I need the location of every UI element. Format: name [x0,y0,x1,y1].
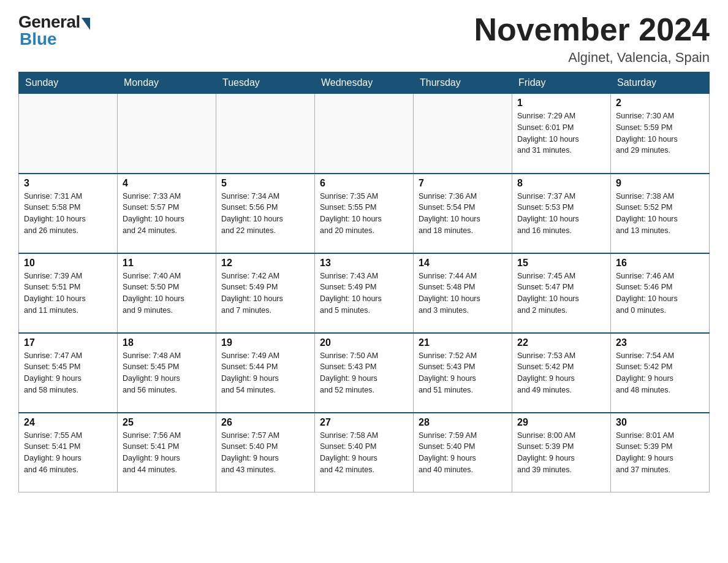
day-number: 24 [24,417,112,428]
calendar-cell: 11Sunrise: 7:40 AMSunset: 5:50 PMDayligh… [118,253,216,333]
calendar-cell: 22Sunrise: 7:53 AMSunset: 5:42 PMDayligh… [512,333,611,413]
month-title: November 2024 [474,12,710,47]
weekday-header-saturday: Saturday [611,72,710,94]
calendar-cell: 30Sunrise: 8:01 AMSunset: 5:39 PMDayligh… [611,413,710,492]
calendar-cell: 13Sunrise: 7:43 AMSunset: 5:49 PMDayligh… [315,253,414,333]
weekday-header-thursday: Thursday [414,72,512,94]
day-info: Sunrise: 7:49 AMSunset: 5:44 PMDaylight:… [221,350,309,396]
day-number: 9 [616,178,704,189]
logo: General Blue [18,12,90,49]
day-number: 29 [517,417,605,428]
day-info: Sunrise: 7:36 AMSunset: 5:54 PMDaylight:… [419,191,507,237]
calendar-cell: 8Sunrise: 7:37 AMSunset: 5:53 PMDaylight… [512,174,611,253]
day-info: Sunrise: 7:59 AMSunset: 5:40 PMDaylight:… [419,430,507,476]
day-number: 11 [123,258,211,269]
day-info: Sunrise: 7:39 AMSunset: 5:51 PMDaylight:… [24,270,112,316]
calendar-header-row: SundayMondayTuesdayWednesdayThursdayFrid… [19,72,710,94]
calendar-cell: 12Sunrise: 7:42 AMSunset: 5:49 PMDayligh… [216,253,315,333]
calendar-cell: 28Sunrise: 7:59 AMSunset: 5:40 PMDayligh… [414,413,512,492]
calendar-cell: 10Sunrise: 7:39 AMSunset: 5:51 PMDayligh… [19,253,118,333]
calendar-cell: 26Sunrise: 7:57 AMSunset: 5:40 PMDayligh… [216,413,315,492]
day-info: Sunrise: 7:48 AMSunset: 5:45 PMDaylight:… [123,350,211,396]
day-info: Sunrise: 7:40 AMSunset: 5:50 PMDaylight:… [123,270,211,316]
day-number: 22 [517,337,605,348]
day-number: 18 [123,337,211,348]
day-info: Sunrise: 7:30 AMSunset: 5:59 PMDaylight:… [616,110,704,156]
day-number: 23 [616,337,704,348]
day-info: Sunrise: 7:45 AMSunset: 5:47 PMDaylight:… [517,270,605,316]
day-number: 12 [221,258,309,269]
day-info: Sunrise: 7:46 AMSunset: 5:46 PMDaylight:… [616,270,704,316]
day-info: Sunrise: 7:55 AMSunset: 5:41 PMDaylight:… [24,430,112,476]
weekday-header-friday: Friday [512,72,611,94]
day-info: Sunrise: 7:57 AMSunset: 5:40 PMDaylight:… [221,430,309,476]
day-number: 4 [123,178,211,189]
day-number: 28 [419,417,507,428]
day-number: 14 [419,258,507,269]
calendar-cell [216,94,315,174]
day-info: Sunrise: 7:50 AMSunset: 5:43 PMDaylight:… [320,350,408,396]
calendar-cell: 18Sunrise: 7:48 AMSunset: 5:45 PMDayligh… [118,333,216,413]
logo-blue-text: Blue [20,29,57,49]
day-info: Sunrise: 7:38 AMSunset: 5:52 PMDaylight:… [616,191,704,237]
calendar-cell: 27Sunrise: 7:58 AMSunset: 5:40 PMDayligh… [315,413,414,492]
page-header: General Blue November 2024 Alginet, Vale… [18,12,710,66]
day-info: Sunrise: 7:34 AMSunset: 5:56 PMDaylight:… [221,191,309,237]
day-info: Sunrise: 7:29 AMSunset: 6:01 PMDaylight:… [517,110,605,156]
calendar-week-row: 24Sunrise: 7:55 AMSunset: 5:41 PMDayligh… [19,413,710,492]
calendar-cell: 23Sunrise: 7:54 AMSunset: 5:42 PMDayligh… [611,333,710,413]
location-label: Alginet, Valencia, Spain [474,50,710,66]
day-number: 26 [221,417,309,428]
weekday-header-sunday: Sunday [19,72,118,94]
day-info: Sunrise: 7:56 AMSunset: 5:41 PMDaylight:… [123,430,211,476]
day-number: 27 [320,417,408,428]
day-number: 2 [616,98,704,109]
day-number: 15 [517,258,605,269]
calendar-cell: 19Sunrise: 7:49 AMSunset: 5:44 PMDayligh… [216,333,315,413]
day-info: Sunrise: 7:31 AMSunset: 5:58 PMDaylight:… [24,191,112,237]
title-section: November 2024 Alginet, Valencia, Spain [474,12,710,66]
calendar-cell [19,94,118,174]
weekday-header-monday: Monday [118,72,216,94]
calendar-cell: 29Sunrise: 8:00 AMSunset: 5:39 PMDayligh… [512,413,611,492]
day-info: Sunrise: 7:53 AMSunset: 5:42 PMDaylight:… [517,350,605,396]
day-number: 21 [419,337,507,348]
day-number: 17 [24,337,112,348]
weekday-header-wednesday: Wednesday [315,72,414,94]
day-number: 3 [24,178,112,189]
calendar-cell: 24Sunrise: 7:55 AMSunset: 5:41 PMDayligh… [19,413,118,492]
day-number: 8 [517,178,605,189]
day-info: Sunrise: 7:54 AMSunset: 5:42 PMDaylight:… [616,350,704,396]
calendar-cell: 9Sunrise: 7:38 AMSunset: 5:52 PMDaylight… [611,174,710,253]
calendar-cell: 25Sunrise: 7:56 AMSunset: 5:41 PMDayligh… [118,413,216,492]
day-number: 1 [517,98,605,109]
day-info: Sunrise: 7:44 AMSunset: 5:48 PMDaylight:… [419,270,507,316]
day-number: 30 [616,417,704,428]
day-number: 25 [123,417,211,428]
weekday-header-tuesday: Tuesday [216,72,315,94]
calendar-cell: 3Sunrise: 7:31 AMSunset: 5:58 PMDaylight… [19,174,118,253]
calendar-table: SundayMondayTuesdayWednesdayThursdayFrid… [18,72,710,492]
day-number: 6 [320,178,408,189]
day-info: Sunrise: 7:35 AMSunset: 5:55 PMDaylight:… [320,191,408,237]
calendar-cell [118,94,216,174]
day-number: 10 [24,258,112,269]
day-number: 13 [320,258,408,269]
calendar-week-row: 10Sunrise: 7:39 AMSunset: 5:51 PMDayligh… [19,253,710,333]
calendar-cell: 2Sunrise: 7:30 AMSunset: 5:59 PMDaylight… [611,94,710,174]
day-info: Sunrise: 7:58 AMSunset: 5:40 PMDaylight:… [320,430,408,476]
day-number: 7 [419,178,507,189]
calendar-week-row: 3Sunrise: 7:31 AMSunset: 5:58 PMDaylight… [19,174,710,253]
day-number: 19 [221,337,309,348]
calendar-cell: 14Sunrise: 7:44 AMSunset: 5:48 PMDayligh… [414,253,512,333]
day-info: Sunrise: 8:01 AMSunset: 5:39 PMDaylight:… [616,430,704,476]
day-info: Sunrise: 8:00 AMSunset: 5:39 PMDaylight:… [517,430,605,476]
day-info: Sunrise: 7:52 AMSunset: 5:43 PMDaylight:… [419,350,507,396]
logo-arrow-icon [82,18,90,30]
day-number: 5 [221,178,309,189]
day-info: Sunrise: 7:33 AMSunset: 5:57 PMDaylight:… [123,191,211,237]
calendar-cell: 4Sunrise: 7:33 AMSunset: 5:57 PMDaylight… [118,174,216,253]
calendar-cell: 5Sunrise: 7:34 AMSunset: 5:56 PMDaylight… [216,174,315,253]
calendar-cell: 6Sunrise: 7:35 AMSunset: 5:55 PMDaylight… [315,174,414,253]
calendar-cell: 21Sunrise: 7:52 AMSunset: 5:43 PMDayligh… [414,333,512,413]
